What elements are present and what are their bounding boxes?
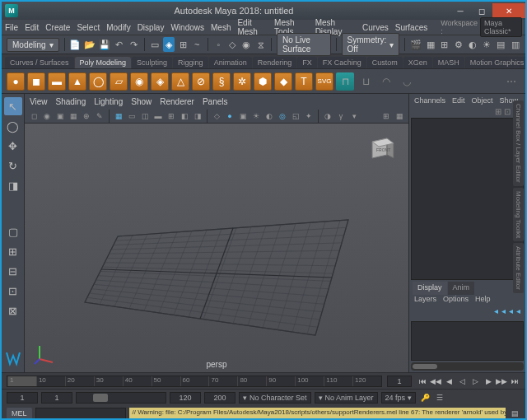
- close-button[interactable]: ✕: [492, 3, 525, 18]
- grid-toggle-icon[interactable]: ▦: [113, 110, 124, 122]
- new-scene-icon[interactable]: 📄: [69, 37, 81, 52]
- snap-grid-icon[interactable]: ⊞: [178, 37, 189, 52]
- poly-combine-icon[interactable]: ⊓: [336, 72, 354, 91]
- light-editor-icon[interactable]: ☀: [482, 37, 492, 52]
- cb-edit[interactable]: Edit: [452, 96, 465, 105]
- menu-windows[interactable]: Windows: [170, 23, 204, 32]
- range-end[interactable]: 200: [204, 392, 236, 404]
- live-surface-dropdown[interactable]: No Live Surface: [277, 33, 331, 56]
- range-vis-start[interactable]: 1: [41, 392, 72, 404]
- lights-icon[interactable]: ☀: [250, 110, 262, 122]
- script-editor-icon[interactable]: ▤: [509, 408, 520, 419]
- xray-icon[interactable]: ◱: [290, 110, 301, 122]
- step-fwd-icon[interactable]: ▶: [483, 376, 494, 387]
- side-tab-attr[interactable]: Attribute Editor: [513, 243, 524, 293]
- menu-curves[interactable]: Curves: [362, 23, 389, 32]
- res-gate-icon[interactable]: ◫: [139, 110, 151, 122]
- layout-two-h[interactable]: ⊟: [4, 262, 22, 280]
- xray-j-icon[interactable]: ✦: [303, 110, 315, 122]
- symmetry-dropdown[interactable]: Symmetry: Off▾: [342, 33, 400, 56]
- poly-soccer-icon[interactable]: ⬢: [254, 72, 272, 91]
- menu-mesh[interactable]: Mesh: [211, 23, 231, 32]
- lasso-tool[interactable]: ◯: [4, 117, 22, 135]
- ipr-icon[interactable]: ▦: [425, 37, 436, 52]
- panel-view[interactable]: View: [30, 97, 48, 106]
- poly-pipe-icon[interactable]: ⊘: [192, 72, 210, 91]
- viewcube[interactable]: FRONT: [364, 132, 397, 165]
- shelf-fx[interactable]: FX: [297, 57, 317, 68]
- cb-icon1[interactable]: ⊞: [495, 107, 501, 116]
- 2d-zoom-icon[interactable]: ⊕: [81, 110, 92, 122]
- shelf-render[interactable]: Rendering: [253, 57, 297, 68]
- panel-layout-icon[interactable]: ⊞: [439, 37, 450, 52]
- poly-reduce-icon[interactable]: ◡: [398, 72, 416, 91]
- panel-panels[interactable]: Panels: [203, 97, 228, 106]
- panel-config-icon[interactable]: ⊞: [380, 110, 392, 122]
- viewport[interactable]: FRONT persp: [25, 124, 408, 372]
- poly-gear-icon[interactable]: ✲: [233, 72, 251, 91]
- time-slider[interactable]: 110 2030 4050 6070 8090 100110 120: [7, 376, 382, 387]
- layer-list[interactable]: [411, 321, 524, 361]
- shelf-rigging[interactable]: Rigging: [173, 57, 208, 68]
- image-plane-icon[interactable]: ▦: [68, 110, 79, 122]
- layout-single[interactable]: ▢: [4, 222, 22, 240]
- film-gate-icon[interactable]: ▭: [126, 110, 138, 122]
- current-frame[interactable]: 1: [387, 376, 412, 387]
- play-fwd-icon[interactable]: ▷: [469, 376, 481, 387]
- poly-disc-icon[interactable]: ◉: [130, 72, 148, 91]
- channel-list[interactable]: [411, 118, 524, 280]
- menu-edit-mesh[interactable]: Edit Mesh: [237, 18, 268, 36]
- redo-icon[interactable]: ↷: [128, 37, 138, 52]
- panel-renderer[interactable]: Renderer: [160, 97, 194, 106]
- menu-modify[interactable]: Modify: [106, 23, 130, 32]
- animlayer-dd[interactable]: ▾No Anim Layer: [315, 392, 378, 404]
- shelf-curves[interactable]: Curves / Surfaces: [5, 57, 74, 68]
- panel-show[interactable]: Show: [131, 97, 152, 106]
- poly-cone-icon[interactable]: ▲: [68, 72, 86, 91]
- poly-plane-icon[interactable]: ▱: [110, 72, 128, 91]
- go-end-icon[interactable]: ⏭: [509, 376, 520, 387]
- snap-curve-icon[interactable]: ~: [192, 37, 203, 52]
- range-slider[interactable]: [76, 392, 166, 404]
- workspace-selector[interactable]: Workspace : Maya Classic*: [441, 17, 522, 37]
- toggle-panel-icon[interactable]: ▤: [496, 37, 506, 52]
- poly-platonic-icon[interactable]: ◈: [151, 72, 169, 91]
- cb-icon2[interactable]: ⊡: [504, 107, 511, 116]
- poly-sep-icon[interactable]: ⊔: [357, 72, 375, 91]
- step-fwd-key-icon[interactable]: ▶▶: [496, 376, 507, 387]
- panel-lighting[interactable]: Lighting: [94, 97, 123, 106]
- menu-file[interactable]: File: [5, 23, 18, 32]
- select-mode-icon[interactable]: ◈: [163, 37, 174, 52]
- shadows-icon[interactable]: ◐: [264, 110, 275, 122]
- poly-sphere-icon[interactable]: ●: [7, 72, 25, 91]
- play-back-icon[interactable]: ◁: [456, 376, 468, 387]
- snap-live-icon[interactable]: ◉: [241, 37, 252, 52]
- bookmark-icon[interactable]: ▣: [54, 110, 66, 122]
- autokey-icon[interactable]: 🔑: [419, 392, 431, 404]
- shaded-icon[interactable]: ●: [224, 110, 236, 122]
- layout-two-v[interactable]: ⊡: [4, 282, 22, 300]
- poly-smooth-icon[interactable]: ◠: [377, 72, 395, 91]
- layer-up-icon[interactable]: ◂: [501, 306, 506, 320]
- panel-menu-icon[interactable]: ▦: [394, 110, 405, 122]
- layout-out[interactable]: ⊠: [4, 301, 22, 320]
- prefs-icon[interactable]: ☰: [434, 392, 445, 404]
- shelf-sculpt[interactable]: Sculpting: [132, 57, 172, 68]
- textured-icon[interactable]: ▣: [237, 110, 249, 122]
- isolate-icon[interactable]: ◎: [277, 110, 288, 122]
- shelf-xgen[interactable]: XGen: [403, 57, 432, 68]
- charset-dd[interactable]: ▾No Character Set: [239, 392, 311, 404]
- shelf-mash[interactable]: MASH: [433, 57, 464, 68]
- layers-help[interactable]: Help: [475, 295, 491, 306]
- go-start-icon[interactable]: ⏮: [417, 376, 428, 387]
- snap-point-icon[interactable]: ◦: [213, 37, 224, 52]
- hypershade-icon[interactable]: ◐: [468, 37, 478, 52]
- select-by-type-icon[interactable]: ▭: [149, 37, 160, 52]
- layer-tab-anim[interactable]: Anim: [448, 282, 475, 295]
- fps-dd[interactable]: 24 fps▾: [381, 392, 417, 404]
- shelf-anim[interactable]: Animation: [209, 57, 252, 68]
- layers-menu[interactable]: Layers: [414, 295, 436, 306]
- menu-edit[interactable]: Edit: [25, 23, 39, 32]
- cb-object[interactable]: Object: [472, 96, 493, 105]
- move-tool[interactable]: ✥: [4, 137, 22, 155]
